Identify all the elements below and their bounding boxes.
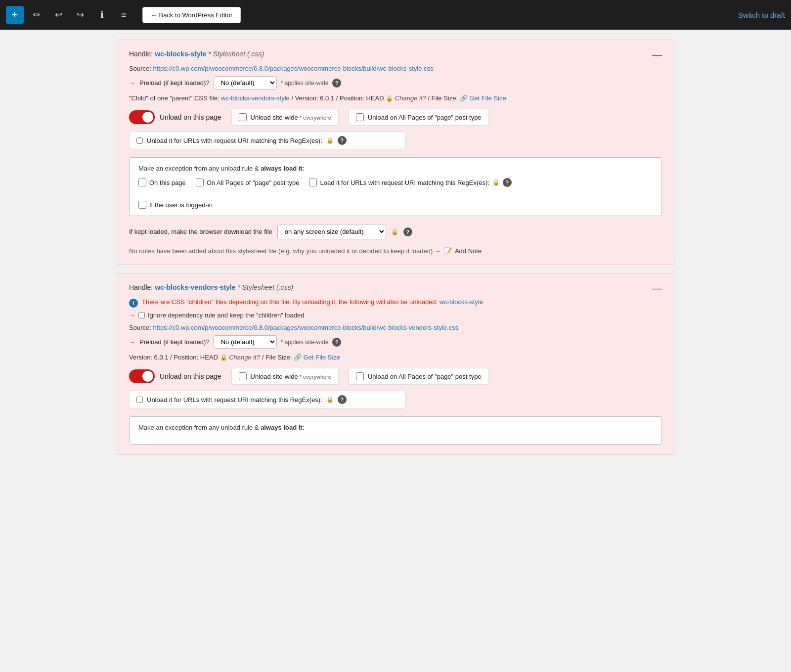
card1-regex-lock-icon: 🔒 bbox=[326, 137, 334, 144]
card2-change-link[interactable]: Change it? bbox=[229, 354, 260, 361]
card2-source-link[interactable]: https://c0.wp.com/p/woocommerce/6.8.0/pa… bbox=[153, 324, 458, 331]
card1-collapse-button[interactable]: — bbox=[652, 50, 662, 60]
card1-exception-lock-icon: 🔒 bbox=[492, 179, 500, 186]
card2-dependency-line: → Ignore dependency rule and keep the "c… bbox=[129, 312, 662, 319]
add-block-button[interactable]: + bbox=[6, 6, 24, 24]
card2-preload-select[interactable]: No (default) Yes bbox=[214, 335, 277, 349]
card2-version-line: Version: 6.0.1 / Position: HEAD 🔒 Change… bbox=[129, 354, 662, 361]
card1-regex-help-icon[interactable]: ? bbox=[338, 136, 347, 145]
card2-regex-checkbox[interactable] bbox=[136, 397, 143, 403]
card2-dependency-checkbox[interactable] bbox=[138, 312, 145, 318]
card2-preload-help-icon[interactable]: ? bbox=[332, 338, 341, 347]
card-wc-blocks-vendors-style: Handle: wc-blocks-vendors-style * Styles… bbox=[117, 273, 674, 455]
card2-regex-help-icon[interactable]: ? bbox=[338, 395, 347, 404]
card1-exception-checks: On this page On All Pages of "page" post… bbox=[138, 178, 653, 209]
card1-exception-help-icon[interactable]: ? bbox=[503, 178, 512, 187]
card1-handle: Handle: wc-blocks-style * Stylesheet (.c… bbox=[129, 50, 264, 58]
back-to-editor-button[interactable]: ← Back to WordPress Editor bbox=[142, 7, 241, 23]
topbar: + ✏ ↩ ↪ ℹ ≡ ← Back to WordPress Editor S… bbox=[0, 0, 791, 30]
card1-exception-box: Make an exception from any unload rule &… bbox=[129, 157, 662, 216]
card1-exception-all-pages: On All Pages of "page" post type bbox=[196, 179, 300, 186]
card1-screensize-row: If kept loaded, make the browser downloa… bbox=[129, 224, 662, 239]
card2-unload-sitewide-checkbox[interactable] bbox=[239, 372, 247, 380]
card1-unload-toggle[interactable] bbox=[129, 110, 155, 124]
card1-pencil-icon: 📝 bbox=[444, 247, 452, 255]
card1-unload-toggle-wrap: Unload on this page bbox=[129, 110, 221, 124]
card2-info-link[interactable]: wc-blocks-style bbox=[439, 298, 483, 306]
undo-icon[interactable]: ↩ bbox=[49, 6, 67, 24]
card1-child-line: "Child" of one "parent" CSS file: wc-blo… bbox=[129, 94, 662, 102]
card1-exception-logged-in: If the user is logged-in bbox=[138, 201, 653, 209]
card2-info-banner: i There are CSS "children" files dependi… bbox=[129, 298, 662, 308]
card1-exception-logged-in-checkbox[interactable] bbox=[138, 201, 146, 209]
card1-exception-on-this-page-checkbox[interactable] bbox=[138, 179, 146, 186]
card1-exception-load-urls: Load it for URLs with request URI matchi… bbox=[309, 178, 511, 187]
card1-screensize-select[interactable]: on any screen size (default) on mobile o… bbox=[277, 224, 386, 239]
card2-lock-icon: 🔒 bbox=[220, 354, 227, 361]
card1-regex-row: Unload it for URLs with request URI matc… bbox=[129, 132, 662, 149]
card1-exception-load-urls-checkbox[interactable] bbox=[309, 179, 317, 186]
card1-preload-select[interactable]: No (default) Yes bbox=[214, 76, 277, 90]
card1-screensize-help-icon[interactable]: ? bbox=[403, 227, 412, 236]
card1-source-link[interactable]: https://c0.wp.com/p/woocommerce/6.8.0/pa… bbox=[153, 65, 433, 72]
switch-to-draft-button[interactable]: Switch to draft bbox=[738, 11, 785, 19]
card2-filesize-link[interactable]: 🔗 Get File Size bbox=[294, 354, 340, 361]
card2-exception-box: Make an exception from any unload rule &… bbox=[129, 416, 662, 445]
card2-info-icon: i bbox=[129, 299, 138, 308]
edit-icon[interactable]: ✏ bbox=[28, 6, 45, 24]
card1-unload-sitewide-option: Unload site-wide * everywhere bbox=[231, 109, 339, 126]
card-wc-blocks-style: Handle: wc-blocks-style * Stylesheet (.c… bbox=[117, 40, 674, 265]
card2-regex-box: Unload it for URLs with request URI matc… bbox=[129, 391, 406, 408]
card2-handle-line: Handle: wc-blocks-vendors-style * Styles… bbox=[129, 283, 293, 294]
card1-lock-icon: 🔒 bbox=[386, 95, 393, 102]
card2-unload-sitewide-option: Unload site-wide * everywhere bbox=[231, 368, 339, 385]
card1-header: Handle: wc-blocks-style * Stylesheet (.c… bbox=[129, 50, 662, 61]
card2-source: Source: https://c0.wp.com/p/woocommerce/… bbox=[129, 324, 662, 331]
card1-change-link[interactable]: Change it? bbox=[395, 94, 426, 102]
card2-regex-lock-icon: 🔒 bbox=[326, 396, 334, 403]
card2-unload-options: Unload on this page Unload site-wide * e… bbox=[129, 368, 662, 385]
card1-unload-all-pages-checkbox[interactable] bbox=[356, 113, 364, 121]
card1-handle-line: Handle: wc-blocks-style * Stylesheet (.c… bbox=[129, 50, 264, 61]
card1-exception-on-this-page: On this page bbox=[138, 179, 186, 186]
card1-preload-line: → Preload (if kept loaded)? No (default)… bbox=[129, 76, 662, 90]
card2-unload-all-pages-checkbox[interactable] bbox=[356, 372, 364, 380]
card1-unload-sitewide-checkbox[interactable] bbox=[239, 113, 247, 121]
card2-unload-toggle-wrap: Unload on this page bbox=[129, 369, 221, 383]
card1-regex-box: Unload it for URLs with request URI matc… bbox=[129, 132, 406, 149]
card2-regex-row: Unload it for URLs with request URI matc… bbox=[129, 391, 662, 408]
card2-handle: Handle: wc-blocks-vendors-style * Styles… bbox=[129, 283, 293, 291]
redo-icon[interactable]: ↪ bbox=[71, 6, 89, 24]
menu-icon[interactable]: ≡ bbox=[115, 6, 132, 24]
card1-notes-line: No notes have been added about this styl… bbox=[129, 247, 662, 255]
card1-filesize-link[interactable]: 🔗 Get File Size bbox=[460, 94, 506, 102]
card2-unload-toggle[interactable] bbox=[129, 369, 155, 383]
info-icon[interactable]: ℹ bbox=[93, 6, 111, 24]
card2-unload-all-pages-option: Unload on All Pages of "page" post type bbox=[349, 368, 489, 385]
card1-parent-link[interactable]: wc-blocks-vendors-style bbox=[221, 94, 290, 102]
card1-unload-options: Unload on this page Unload site-wide * e… bbox=[129, 109, 662, 126]
card2-collapse-button[interactable]: — bbox=[652, 283, 662, 293]
card1-unload-all-pages-option: Unload on All Pages of "page" post type bbox=[349, 109, 489, 126]
card2-preload-line: → Preload (if kept loaded)? No (default)… bbox=[129, 335, 662, 349]
card2-header: Handle: wc-blocks-vendors-style * Styles… bbox=[129, 283, 662, 294]
card1-add-note-link[interactable]: Add Note bbox=[455, 247, 482, 255]
card1-regex-checkbox[interactable] bbox=[136, 137, 143, 144]
card1-exception-all-pages-checkbox[interactable] bbox=[196, 179, 204, 186]
card1-screensize-lock-icon: 🔒 bbox=[391, 228, 398, 235]
main-content: Handle: wc-blocks-style * Stylesheet (.c… bbox=[109, 30, 682, 473]
card1-preload-help-icon[interactable]: ? bbox=[332, 79, 341, 88]
card1-source: Source: https://c0.wp.com/p/woocommerce/… bbox=[129, 65, 662, 72]
